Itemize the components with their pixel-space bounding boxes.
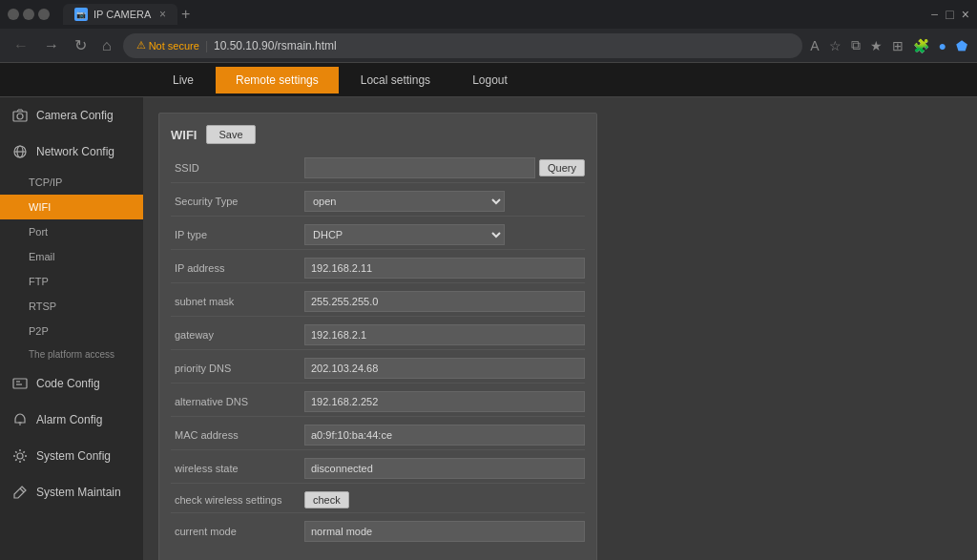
save-button[interactable]: Save xyxy=(206,125,255,144)
tab-live[interactable]: Live xyxy=(153,67,214,93)
ip-type-label: IP type xyxy=(171,229,304,240)
priority-dns-value xyxy=(304,358,585,379)
ssid-input[interactable] xyxy=(304,157,535,178)
tab-title: IP CAMERA xyxy=(94,9,151,20)
system-config-icon xyxy=(11,447,29,465)
reload-btn[interactable]: ↻ xyxy=(71,36,91,54)
close-window-btn[interactable]: × xyxy=(962,7,969,22)
wireless-state-input xyxy=(304,458,585,479)
new-tab-btn[interactable]: + xyxy=(181,6,190,23)
security-indicator: ⚠ Not secure xyxy=(136,39,199,52)
minimize-window-btn[interactable]: − xyxy=(930,7,938,22)
profile-icon[interactable]: ● xyxy=(939,38,946,53)
mac-address-value xyxy=(304,425,585,446)
security-type-label: Security Type xyxy=(171,196,304,207)
sidebar-item-system-maintain[interactable]: System Maintain xyxy=(0,474,143,510)
sidebar-sub-email[interactable]: Email xyxy=(0,244,143,269)
svg-point-1 xyxy=(25,10,32,18)
wireless-state-label: wireless state xyxy=(171,463,304,474)
top-navigation: Live Remote settings Local settings Logo… xyxy=(0,63,977,97)
svg-point-13 xyxy=(17,453,23,459)
form-row-mac-address: MAC address xyxy=(171,421,585,450)
svg-point-0 xyxy=(10,10,17,18)
system-config-label: System Config xyxy=(36,449,111,463)
tab-favicon: 📷 xyxy=(74,8,88,21)
priority-dns-input[interactable] xyxy=(304,358,585,379)
browser-chrome: 📷 IP CAMERA × + − □ × xyxy=(0,0,977,29)
toolbar-icons: A️ ☆ ⧉ ★ ⊞ 🧩 ● ⬟ xyxy=(810,37,967,53)
active-tab[interactable]: 📷 IP CAMERA × xyxy=(63,4,177,25)
sidebar-item-alarm-config[interactable]: Alarm Config xyxy=(0,402,143,438)
svg-point-4 xyxy=(17,114,23,119)
ip-type-select[interactable]: DHCP Static xyxy=(304,224,505,245)
camera-config-label: Camera Config xyxy=(36,109,114,122)
query-button[interactable]: Query xyxy=(539,159,585,176)
sidebar: Camera Config Network Config TCP/IP WIFI… xyxy=(0,97,143,560)
browser-ext-icon[interactable]: 🧩 xyxy=(913,38,929,53)
tab-local-settings[interactable]: Local settings xyxy=(341,67,450,93)
translate-icon[interactable]: A️ xyxy=(810,38,819,53)
ssid-value: Query xyxy=(304,157,585,178)
split-screen-icon[interactable]: ⧉ xyxy=(851,37,861,53)
form-row-ip-type: IP type DHCP Static xyxy=(171,220,585,250)
tab-close-btn[interactable]: × xyxy=(159,8,166,21)
bookmark-icon[interactable]: ☆ xyxy=(829,38,842,53)
mac-address-input[interactable] xyxy=(304,425,585,446)
security-type-select[interactable]: open WPA WPA2 xyxy=(304,191,505,212)
sidebar-sub-ftp[interactable]: FTP xyxy=(0,269,143,294)
sidebar-item-code-config[interactable]: Code Config xyxy=(0,365,143,402)
alternative-dns-input[interactable] xyxy=(304,391,585,412)
gateway-value xyxy=(304,324,585,345)
check-button[interactable]: check xyxy=(304,491,349,508)
form-row-security-type: Security Type open WPA WPA2 xyxy=(171,187,585,217)
sidebar-sub-port[interactable]: Port xyxy=(0,219,143,244)
form-row-alternative-dns: alternative DNS xyxy=(171,387,585,417)
alternative-dns-value xyxy=(304,391,585,412)
form-row-current-mode: current mode normal mode xyxy=(171,517,585,546)
sidebar-sub-tcpip[interactable]: TCP/IP xyxy=(0,170,143,195)
check-wireless-label: check wireless settings xyxy=(171,494,304,506)
back-btn[interactable]: ← xyxy=(10,37,32,54)
system-maintain-icon xyxy=(11,484,29,501)
current-mode-display: normal mode xyxy=(304,521,585,542)
maximize-window-btn[interactable]: □ xyxy=(946,7,953,22)
alternative-dns-label: alternative DNS xyxy=(171,396,304,407)
network-config-icon xyxy=(11,143,29,160)
sidebar-item-network-config[interactable]: Network Config xyxy=(0,134,143,170)
gateway-label: gateway xyxy=(171,329,304,341)
tab-remote-settings[interactable]: Remote settings xyxy=(216,67,339,93)
minimize-btn[interactable] xyxy=(8,9,19,20)
mac-address-label: MAC address xyxy=(171,429,304,441)
form-row-wireless-state: wireless state xyxy=(171,454,585,484)
current-mode-value: normal mode xyxy=(304,521,585,542)
maximize-btn[interactable] xyxy=(23,9,34,20)
ip-address-input[interactable] xyxy=(304,258,585,279)
sidebar-sub-rtsp[interactable]: RTSP xyxy=(0,294,143,319)
tab-logout[interactable]: Logout xyxy=(452,67,528,93)
favorites-icon[interactable]: ★ xyxy=(870,38,883,53)
forward-btn[interactable]: → xyxy=(40,37,63,54)
home-btn[interactable]: ⌂ xyxy=(98,37,115,54)
subnet-mask-label: subnet mask xyxy=(171,296,304,307)
sidebar-sub-p2p[interactable]: P2P xyxy=(0,319,143,343)
url-text: 10.50.10.90/rsmain.html xyxy=(214,39,337,52)
address-input-bar[interactable]: ⚠ Not secure | 10.50.10.90/rsmain.html xyxy=(123,33,803,58)
collections-icon[interactable]: ⊞ xyxy=(892,38,904,53)
priority-dns-label: priority DNS xyxy=(171,363,304,374)
form-row-gateway: gateway xyxy=(171,321,585,350)
security-type-value: open WPA WPA2 xyxy=(304,191,585,212)
form-row-ssid: SSID Query xyxy=(171,154,585,183)
current-mode-label: current mode xyxy=(171,526,304,537)
ip-type-value: DHCP Static xyxy=(304,224,585,245)
main-area: Camera Config Network Config TCP/IP WIFI… xyxy=(0,97,977,560)
alarm-config-label: Alarm Config xyxy=(36,413,102,426)
subnet-mask-input[interactable] xyxy=(304,291,585,312)
edge-icon: ⬟ xyxy=(956,38,967,53)
close-btn-chrome[interactable] xyxy=(38,9,50,20)
code-config-label: Code Config xyxy=(36,377,100,390)
sidebar-sub-wifi[interactable]: WIFI xyxy=(0,195,143,219)
sidebar-item-system-config[interactable]: System Config xyxy=(0,438,143,474)
content-area: WIFI Save SSID Query Security Type xyxy=(143,97,977,560)
gateway-input[interactable] xyxy=(304,324,585,345)
sidebar-item-camera-config[interactable]: Camera Config xyxy=(0,97,143,134)
